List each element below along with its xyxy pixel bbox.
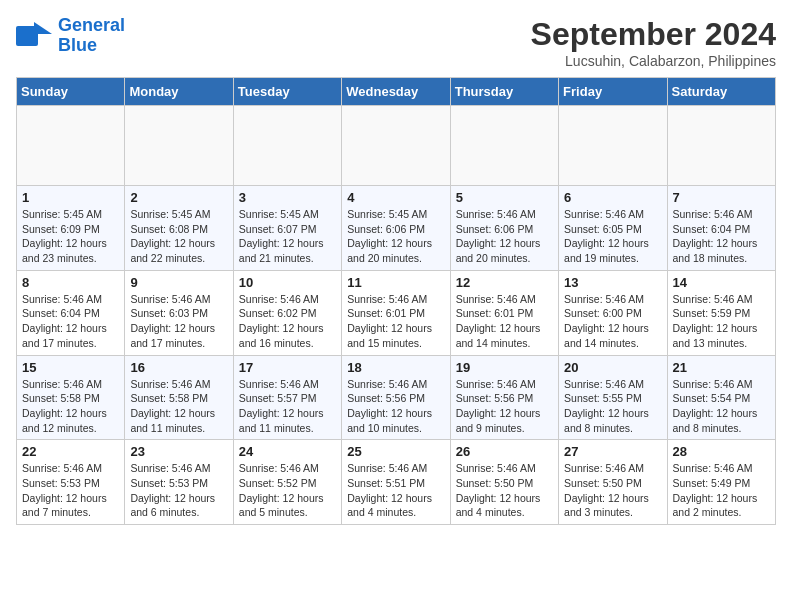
table-row: 28Sunrise: 5:46 AM Sunset: 5:49 PM Dayli… xyxy=(667,440,775,525)
day-info: Sunrise: 5:46 AM Sunset: 5:49 PM Dayligh… xyxy=(673,461,770,520)
day-info: Sunrise: 5:46 AM Sunset: 5:58 PM Dayligh… xyxy=(130,377,227,436)
day-info: Sunrise: 5:46 AM Sunset: 6:04 PM Dayligh… xyxy=(673,207,770,266)
day-info: Sunrise: 5:46 AM Sunset: 6:04 PM Dayligh… xyxy=(22,292,119,351)
logo: General Blue xyxy=(16,16,125,56)
table-row: 6Sunrise: 5:46 AM Sunset: 6:05 PM Daylig… xyxy=(559,186,667,271)
calendar-row: 15Sunrise: 5:46 AM Sunset: 5:58 PM Dayli… xyxy=(17,355,776,440)
table-row xyxy=(342,106,450,186)
page-header: General Blue September 2024 Lucsuhin, Ca… xyxy=(16,16,776,69)
table-row: 5Sunrise: 5:46 AM Sunset: 6:06 PM Daylig… xyxy=(450,186,558,271)
day-number: 13 xyxy=(564,275,661,290)
table-row: 8Sunrise: 5:46 AM Sunset: 6:04 PM Daylig… xyxy=(17,270,125,355)
table-row: 24Sunrise: 5:46 AM Sunset: 5:52 PM Dayli… xyxy=(233,440,341,525)
table-row: 13Sunrise: 5:46 AM Sunset: 6:00 PM Dayli… xyxy=(559,270,667,355)
table-row: 1Sunrise: 5:45 AM Sunset: 6:09 PM Daylig… xyxy=(17,186,125,271)
day-number: 9 xyxy=(130,275,227,290)
day-number: 16 xyxy=(130,360,227,375)
day-number: 14 xyxy=(673,275,770,290)
table-row: 26Sunrise: 5:46 AM Sunset: 5:50 PM Dayli… xyxy=(450,440,558,525)
day-info: Sunrise: 5:45 AM Sunset: 6:09 PM Dayligh… xyxy=(22,207,119,266)
calendar-row xyxy=(17,106,776,186)
day-info: Sunrise: 5:46 AM Sunset: 6:06 PM Dayligh… xyxy=(456,207,553,266)
day-info: Sunrise: 5:46 AM Sunset: 6:01 PM Dayligh… xyxy=(456,292,553,351)
day-number: 8 xyxy=(22,275,119,290)
month-title: September 2024 xyxy=(531,16,776,53)
table-row: 11Sunrise: 5:46 AM Sunset: 6:01 PM Dayli… xyxy=(342,270,450,355)
day-info: Sunrise: 5:46 AM Sunset: 5:55 PM Dayligh… xyxy=(564,377,661,436)
day-number: 28 xyxy=(673,444,770,459)
day-number: 18 xyxy=(347,360,444,375)
table-row: 23Sunrise: 5:46 AM Sunset: 5:53 PM Dayli… xyxy=(125,440,233,525)
table-row xyxy=(17,106,125,186)
table-row: 2Sunrise: 5:45 AM Sunset: 6:08 PM Daylig… xyxy=(125,186,233,271)
col-saturday: Saturday xyxy=(667,78,775,106)
day-number: 11 xyxy=(347,275,444,290)
logo-icon xyxy=(16,22,52,50)
day-number: 1 xyxy=(22,190,119,205)
day-number: 7 xyxy=(673,190,770,205)
day-info: Sunrise: 5:46 AM Sunset: 6:05 PM Dayligh… xyxy=(564,207,661,266)
day-number: 24 xyxy=(239,444,336,459)
day-info: Sunrise: 5:46 AM Sunset: 6:02 PM Dayligh… xyxy=(239,292,336,351)
calendar-header-row: Sunday Monday Tuesday Wednesday Thursday… xyxy=(17,78,776,106)
calendar-row: 8Sunrise: 5:46 AM Sunset: 6:04 PM Daylig… xyxy=(17,270,776,355)
col-tuesday: Tuesday xyxy=(233,78,341,106)
calendar-row: 22Sunrise: 5:46 AM Sunset: 5:53 PM Dayli… xyxy=(17,440,776,525)
table-row: 15Sunrise: 5:46 AM Sunset: 5:58 PM Dayli… xyxy=(17,355,125,440)
table-row xyxy=(233,106,341,186)
table-row: 3Sunrise: 5:45 AM Sunset: 6:07 PM Daylig… xyxy=(233,186,341,271)
col-thursday: Thursday xyxy=(450,78,558,106)
day-info: Sunrise: 5:46 AM Sunset: 5:59 PM Dayligh… xyxy=(673,292,770,351)
day-number: 26 xyxy=(456,444,553,459)
day-number: 25 xyxy=(347,444,444,459)
table-row: 4Sunrise: 5:45 AM Sunset: 6:06 PM Daylig… xyxy=(342,186,450,271)
col-friday: Friday xyxy=(559,78,667,106)
col-wednesday: Wednesday xyxy=(342,78,450,106)
table-row xyxy=(450,106,558,186)
day-number: 23 xyxy=(130,444,227,459)
table-row: 10Sunrise: 5:46 AM Sunset: 6:02 PM Dayli… xyxy=(233,270,341,355)
day-info: Sunrise: 5:45 AM Sunset: 6:08 PM Dayligh… xyxy=(130,207,227,266)
table-row: 9Sunrise: 5:46 AM Sunset: 6:03 PM Daylig… xyxy=(125,270,233,355)
location: Lucsuhin, Calabarzon, Philippines xyxy=(531,53,776,69)
day-number: 27 xyxy=(564,444,661,459)
table-row xyxy=(125,106,233,186)
day-info: Sunrise: 5:46 AM Sunset: 6:00 PM Dayligh… xyxy=(564,292,661,351)
table-row: 16Sunrise: 5:46 AM Sunset: 5:58 PM Dayli… xyxy=(125,355,233,440)
day-number: 5 xyxy=(456,190,553,205)
day-info: Sunrise: 5:46 AM Sunset: 5:56 PM Dayligh… xyxy=(456,377,553,436)
day-info: Sunrise: 5:46 AM Sunset: 5:58 PM Dayligh… xyxy=(22,377,119,436)
day-info: Sunrise: 5:46 AM Sunset: 5:53 PM Dayligh… xyxy=(22,461,119,520)
calendar-table: Sunday Monday Tuesday Wednesday Thursday… xyxy=(16,77,776,525)
day-number: 20 xyxy=(564,360,661,375)
day-info: Sunrise: 5:45 AM Sunset: 6:06 PM Dayligh… xyxy=(347,207,444,266)
title-block: September 2024 Lucsuhin, Calabarzon, Phi… xyxy=(531,16,776,69)
day-number: 17 xyxy=(239,360,336,375)
day-number: 22 xyxy=(22,444,119,459)
day-info: Sunrise: 5:46 AM Sunset: 6:03 PM Dayligh… xyxy=(130,292,227,351)
day-number: 2 xyxy=(130,190,227,205)
day-info: Sunrise: 5:46 AM Sunset: 5:57 PM Dayligh… xyxy=(239,377,336,436)
table-row: 19Sunrise: 5:46 AM Sunset: 5:56 PM Dayli… xyxy=(450,355,558,440)
day-info: Sunrise: 5:46 AM Sunset: 6:01 PM Dayligh… xyxy=(347,292,444,351)
day-number: 6 xyxy=(564,190,661,205)
day-number: 21 xyxy=(673,360,770,375)
day-info: Sunrise: 5:46 AM Sunset: 5:56 PM Dayligh… xyxy=(347,377,444,436)
col-sunday: Sunday xyxy=(17,78,125,106)
day-number: 15 xyxy=(22,360,119,375)
table-row xyxy=(667,106,775,186)
table-row: 14Sunrise: 5:46 AM Sunset: 5:59 PM Dayli… xyxy=(667,270,775,355)
day-info: Sunrise: 5:46 AM Sunset: 5:53 PM Dayligh… xyxy=(130,461,227,520)
day-number: 12 xyxy=(456,275,553,290)
day-info: Sunrise: 5:46 AM Sunset: 5:54 PM Dayligh… xyxy=(673,377,770,436)
table-row xyxy=(559,106,667,186)
day-number: 4 xyxy=(347,190,444,205)
table-row: 18Sunrise: 5:46 AM Sunset: 5:56 PM Dayli… xyxy=(342,355,450,440)
table-row: 7Sunrise: 5:46 AM Sunset: 6:04 PM Daylig… xyxy=(667,186,775,271)
day-info: Sunrise: 5:45 AM Sunset: 6:07 PM Dayligh… xyxy=(239,207,336,266)
day-number: 10 xyxy=(239,275,336,290)
logo-text: General Blue xyxy=(58,16,125,56)
day-info: Sunrise: 5:46 AM Sunset: 5:50 PM Dayligh… xyxy=(564,461,661,520)
calendar-row: 1Sunrise: 5:45 AM Sunset: 6:09 PM Daylig… xyxy=(17,186,776,271)
table-row: 27Sunrise: 5:46 AM Sunset: 5:50 PM Dayli… xyxy=(559,440,667,525)
